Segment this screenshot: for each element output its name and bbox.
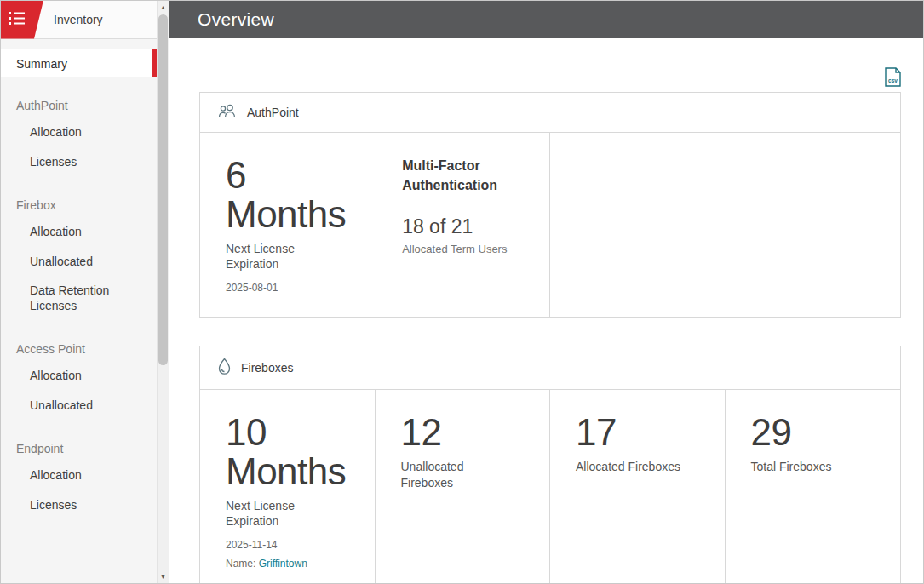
authpoint-expiration-cell: 6 Months Next License Expiration 2025-08… [200,133,376,317]
sidebar-item-accesspoint-allocation[interactable]: Allocation [1,362,157,392]
svg-text:csv: csv [888,77,898,83]
csv-export-icon: csv [885,77,901,89]
empty-cell [550,133,900,317]
authpoint-card: AuthPoint 6 Months Next License Expirati… [199,92,901,318]
sidebar-header: Inventory [1,1,157,39]
list-menu-icon [9,12,26,28]
summary-label: Summary [16,57,67,71]
sidebar-scrollbar[interactable]: ▲ ▼ [157,1,169,583]
allocated-fireboxes-value: 17 [576,413,699,452]
firebox-next-license-expiration-label: Next License Expiration [226,498,332,530]
scrollbar-up-arrow-icon[interactable]: ▲ [158,1,169,14]
allocated-term-users-label: Allocated Term Users [402,243,524,255]
fireboxes-card-title: Fireboxes [241,361,293,375]
sidebar-item-summary[interactable]: Summary [1,49,157,77]
sidebar-title: Inventory [54,13,103,26]
export-csv-button[interactable]: csv [885,66,901,87]
firebox-expiration-cell: 10 Months Next License Expiration 2025-1… [200,390,376,583]
unallocated-fireboxes-cell: 12 Unallocated Fireboxes [376,390,551,583]
content-area: csv AuthPoint [169,38,923,583]
total-fireboxes-cell: 29 Total Fireboxes [726,390,901,583]
users-icon [217,104,238,121]
scrollbar-down-arrow-icon[interactable]: ▼ [158,570,169,583]
flame-icon [217,358,232,378]
authpoint-card-title: AuthPoint [247,106,299,119]
scrollbar-thumb[interactable] [158,14,168,365]
sidebar-item-firebox-allocation[interactable]: Allocation [1,218,157,248]
sidebar-section-endpoint: Endpoint [1,421,157,461]
sidebar-item-firebox-data-retention-licenses[interactable]: Data Retention Licenses [1,277,157,321]
unallocated-fireboxes-label: Unallocated Fireboxes [401,459,508,491]
firebox-next-license-expiration-date: 2025-11-14 [226,539,349,551]
sidebar-section-firebox: Firebox [1,177,157,218]
app-window: Inventory Summary AuthPoint Allocation L… [0,0,924,584]
page-title: Overview [198,9,274,30]
sidebar: Inventory Summary AuthPoint Allocation L… [1,1,169,583]
main-area: Overview csv [169,1,923,583]
sidebar-item-endpoint-allocation[interactable]: Allocation [1,461,157,491]
fireboxes-card: Fireboxes 10 Months Next License Expirat… [199,346,901,583]
sidebar-section-access-point: Access Point [1,321,157,362]
allocated-fireboxes-label: Allocated Fireboxes [576,459,699,475]
mfa-cell: Multi-Factor Authentication 18 of 21 All… [376,133,550,317]
allocated-fireboxes-cell: 17 Allocated Fireboxes [550,390,726,583]
allocated-term-users-value: 18 of 21 [402,215,524,238]
total-fireboxes-label: Total Fireboxes [751,459,875,475]
page-header: Overview [169,1,923,38]
total-fireboxes-value: 29 [751,413,875,452]
firebox-name-label: Name: [226,558,255,570]
sidebar-item-accesspoint-unallocated[interactable]: Unallocated [1,392,157,421]
next-license-expiration-label: Next License Expiration [226,241,332,273]
fireboxes-card-header: Fireboxes [200,346,900,390]
firebox-next-license-expiration-value: 10 Months [226,413,349,491]
firebox-name-link[interactable]: Griffintown [259,558,307,570]
sidebar-section-authpoint: AuthPoint [1,77,157,118]
unallocated-fireboxes-value: 12 [401,413,525,452]
inventory-menu-flag[interactable] [1,1,43,39]
firebox-name-row: Name: Griffintown [226,558,349,570]
mfa-title: Multi-Factor Authentication [402,156,524,195]
authpoint-card-header: AuthPoint [200,93,900,133]
sidebar-item-authpoint-allocation[interactable]: Allocation [1,118,157,148]
sidebar-item-endpoint-licenses[interactable]: Licenses [1,491,157,521]
next-license-expiration-date: 2025-08-01 [226,282,350,294]
sidebar-item-firebox-unallocated[interactable]: Unallocated [1,248,157,278]
sidebar-item-authpoint-licenses[interactable]: Licenses [1,148,157,178]
next-license-expiration-value: 6 Months [226,156,350,234]
sidebar-nav: AuthPoint Allocation Licenses Firebox Al… [1,77,157,520]
